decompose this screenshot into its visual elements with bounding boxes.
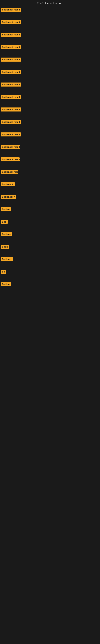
bottleneck-row-6: Bottleneck result bbox=[1, 70, 99, 74]
bottleneck-badge-8: Bottleneck result bbox=[1, 95, 21, 99]
bottleneck-row-17: Bottlen bbox=[1, 207, 99, 211]
bottleneck-row-19: Bottlene bbox=[1, 232, 99, 236]
spacer-16 bbox=[0, 200, 100, 206]
bottleneck-badge-20: Bottle bbox=[1, 245, 9, 249]
bottleneck-badge-11: Bottleneck result bbox=[1, 132, 21, 136]
bottleneck-badge-6: Bottleneck result bbox=[1, 70, 21, 74]
bottleneck-badge-10: Bottleneck result bbox=[1, 120, 21, 124]
bottleneck-row-16: Bottleneck r bbox=[1, 195, 99, 199]
spacer-23 bbox=[0, 288, 100, 294]
spacer-2 bbox=[0, 25, 100, 32]
spacer-12 bbox=[0, 150, 100, 156]
bottleneck-badge-14: Bottleneck result bbox=[1, 170, 18, 174]
bottleneck-badge-22: Bo bbox=[1, 270, 6, 274]
bottleneck-badge-12: Bottleneck result bbox=[1, 145, 20, 149]
bottleneck-badge-17: Bottlen bbox=[1, 207, 11, 211]
spacer-10 bbox=[0, 125, 100, 131]
spacer-11 bbox=[0, 138, 100, 144]
spacer-9 bbox=[0, 113, 100, 119]
spacer-21 bbox=[0, 262, 100, 268]
bottleneck-row-20: Bottle bbox=[1, 245, 99, 249]
bottleneck-row-4: Bottleneck result bbox=[1, 45, 99, 49]
spacer-5 bbox=[0, 63, 100, 69]
bottleneck-row-2: Bottleneck result bbox=[1, 20, 99, 24]
bottleneck-row-3: Bottleneck result bbox=[1, 32, 99, 37]
bottleneck-row-5: Bottleneck result bbox=[1, 58, 99, 62]
bottleneck-badge-4: Bottleneck result bbox=[1, 45, 21, 49]
spacer-6 bbox=[0, 75, 100, 81]
spacer-8 bbox=[0, 100, 100, 106]
bottleneck-badge-13: Bottleneck result bbox=[1, 158, 20, 162]
bottleneck-row-13: Bottleneck result bbox=[1, 158, 99, 162]
spacer-15 bbox=[0, 188, 100, 194]
bottleneck-row-12: Bottleneck result bbox=[1, 145, 99, 149]
bottleneck-row-7: Bottleneck result bbox=[1, 82, 99, 86]
spacer-18 bbox=[0, 225, 100, 231]
bottleneck-row-15: Bottleneck re bbox=[1, 182, 99, 186]
bottleneck-badge-1: Bottleneck result bbox=[1, 8, 21, 12]
bottleneck-badge-5: Bottleneck result bbox=[1, 58, 21, 62]
vertical-line-indicator bbox=[1, 533, 1, 554]
bottleneck-badge-16: Bottleneck r bbox=[1, 195, 16, 199]
bottleneck-badge-19: Bottlene bbox=[1, 232, 12, 236]
bottleneck-row-21: Bottlenec bbox=[1, 257, 99, 261]
spacer-4 bbox=[0, 50, 100, 56]
bottleneck-row-9: Bottleneck result bbox=[1, 108, 99, 112]
spacer-22 bbox=[0, 275, 100, 281]
spacer-14 bbox=[0, 175, 100, 181]
bottleneck-row-8: Bottleneck result bbox=[1, 95, 99, 99]
bottleneck-badge-9: Bottleneck result bbox=[1, 108, 21, 112]
bottleneck-row-18: Bott bbox=[1, 220, 99, 224]
bottleneck-badge-23: Bottlen bbox=[1, 282, 11, 286]
bottleneck-badge-15: Bottleneck re bbox=[1, 182, 15, 186]
spacer-20 bbox=[0, 250, 100, 256]
bottleneck-row-1: Bottleneck result bbox=[1, 8, 99, 12]
bottleneck-badge-3: Bottleneck result bbox=[1, 32, 21, 37]
spacer-17 bbox=[0, 212, 100, 218]
chart-area: Bottleneck resultBottleneck resultBottle… bbox=[0, 8, 100, 294]
bottleneck-badge-2: Bottleneck result bbox=[1, 20, 21, 24]
spacer-7 bbox=[0, 88, 100, 94]
spacer-3 bbox=[0, 38, 100, 44]
bottleneck-row-14: Bottleneck result bbox=[1, 170, 99, 174]
bottleneck-badge-18: Bott bbox=[1, 220, 8, 224]
bottleneck-row-10: Bottleneck result bbox=[1, 120, 99, 124]
spacer-13 bbox=[0, 162, 100, 169]
bottleneck-badge-21: Bottlenec bbox=[1, 257, 13, 261]
bottleneck-row-22: Bo bbox=[1, 270, 99, 274]
bottleneck-badge-7: Bottleneck result bbox=[1, 82, 21, 86]
spacer-1 bbox=[0, 13, 100, 19]
spacer-19 bbox=[0, 238, 100, 244]
bottleneck-row-23: Bottlen bbox=[1, 282, 99, 286]
site-title: TheBottlenecker.com bbox=[0, 0, 100, 6]
bottleneck-row-11: Bottleneck result bbox=[1, 132, 99, 136]
